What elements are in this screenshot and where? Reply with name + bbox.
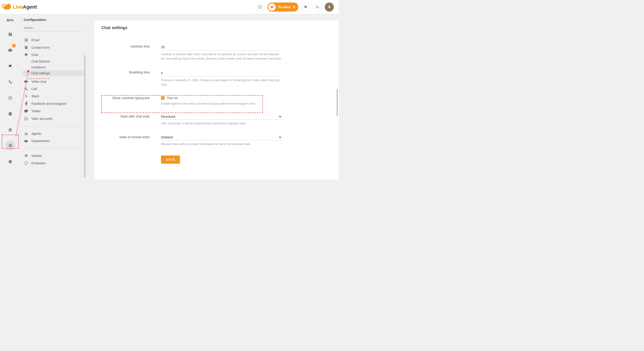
plus-circle-icon — [258, 5, 262, 9]
brand-logo[interactable]: LiveAgent — [2, 3, 37, 11]
svg-rect-7 — [9, 34, 10, 36]
help-inactivity: Number of minutes after which chat will … — [161, 52, 282, 61]
label-breathing: Breathing time — [104, 70, 150, 74]
settings-card: Chat settings Inactivity time Number of … — [94, 20, 339, 180]
svg-rect-6 — [10, 34, 12, 36]
folder-icon — [24, 139, 28, 142]
input-breathing[interactable] — [161, 70, 282, 76]
add-button[interactable] — [256, 2, 265, 12]
tickets-badge: 1 — [12, 44, 16, 48]
config-sub-invitations[interactable]: Invitations — [23, 64, 84, 70]
config-item-facebook[interactable]: Facebook and Instagram — [23, 100, 84, 108]
nav-reports[interactable] — [5, 93, 15, 103]
phone-button[interactable] — [313, 2, 322, 12]
config-sub-chat-settings[interactable]: Chat settings — [23, 70, 84, 76]
config-item-protection[interactable]: Protection — [23, 159, 84, 167]
svg-point-29 — [24, 117, 28, 120]
svg-rect-8 — [8, 49, 12, 52]
to-solve-count: 9 — [293, 5, 295, 9]
ring-icon — [8, 96, 12, 100]
help-breathing: Timeout in seconds (0 - 600). Temporary … — [161, 78, 282, 87]
config-item-twitter[interactable]: Twitter — [23, 108, 84, 115]
progress-indicator[interactable]: 80% — [6, 18, 14, 22]
envelope-icon — [268, 4, 276, 11]
messages-button[interactable] — [301, 2, 310, 12]
help-state-after: After chat ends, it will be automaticall… — [161, 122, 282, 126]
label-inactivity: Inactivity time — [104, 44, 150, 48]
top-bar: LiveAgent To solve 9 A — [0, 0, 339, 14]
config-item-video-chat[interactable]: Video chat — [23, 78, 84, 85]
help-typing: Enable agent to see what customer is typ… — [161, 102, 282, 106]
svg-rect-4 — [9, 33, 10, 34]
agents-icon — [24, 132, 28, 135]
config-sidebar: Configuration Email Contact form Chat Ch… — [20, 14, 86, 182]
svg-rect-28 — [26, 96, 28, 96]
viber-icon — [24, 116, 28, 121]
chat-bubble-icon — [304, 5, 308, 9]
chevron-down-icon — [279, 116, 282, 118]
row-breathing: Breathing time Timeout in seconds (0 - 6… — [104, 62, 329, 88]
svg-rect-22 — [26, 47, 27, 48]
at-icon — [24, 38, 28, 42]
top-actions: To solve 9 A — [256, 2, 334, 12]
config-item-viber[interactable]: Viber accounts — [23, 115, 84, 122]
nav-kb[interactable] — [5, 125, 15, 135]
row-state-after: State after chat ends Resolved After cha… — [104, 107, 329, 127]
gear-icon — [8, 144, 12, 148]
divider — [24, 148, 83, 148]
nav-chats[interactable] — [5, 61, 15, 71]
svg-rect-5 — [10, 33, 12, 34]
nav-calls[interactable] — [5, 77, 15, 87]
row-inactivity: Inactivity time Number of minutes after … — [104, 40, 329, 62]
nav-extensions[interactable] — [5, 157, 15, 167]
checkbox-typing[interactable] — [161, 96, 165, 100]
to-solve-button[interactable]: To solve 9 — [268, 2, 298, 12]
dashboard-icon — [8, 32, 12, 36]
brand-text: LiveAgent — [13, 4, 37, 10]
bank-icon — [8, 128, 12, 132]
config-item-call[interactable]: Call — [23, 85, 84, 92]
video-icon — [24, 80, 28, 83]
input-inactivity[interactable] — [161, 44, 282, 50]
config-item-email[interactable]: Email — [23, 36, 84, 44]
chat-bubble-icon — [8, 64, 12, 68]
envelope-icon — [8, 48, 12, 52]
svg-rect-24 — [24, 81, 27, 83]
svg-point-31 — [26, 133, 28, 134]
phone-icon — [24, 87, 28, 91]
form-icon — [24, 46, 28, 49]
label-state-missed: State of missed chats — [104, 135, 150, 139]
nav-configuration[interactable] — [5, 141, 15, 151]
config-item-departments[interactable]: Departments — [23, 137, 84, 144]
config-item-slack[interactable]: Slack — [23, 92, 84, 100]
nav-dashboard[interactable] — [5, 29, 15, 39]
config-title: Configuration — [23, 18, 84, 25]
select-state-missed[interactable]: Deleted — [161, 135, 282, 140]
row-state-missed: State of missed chats Deleted Missed cha… — [104, 127, 329, 148]
svg-point-18 — [24, 38, 28, 42]
divider — [24, 126, 83, 126]
config-item-chat[interactable]: Chat — [23, 51, 84, 58]
svg-rect-21 — [26, 47, 27, 47]
select-state-after[interactable]: Resolved — [161, 114, 282, 120]
config-search-input[interactable] — [23, 25, 84, 32]
twitter-icon — [24, 109, 28, 113]
config-item-contact-form[interactable]: Contact form — [23, 44, 84, 51]
to-solve-label: To solve — [278, 5, 290, 9]
scrollbar-thumb[interactable] — [84, 55, 86, 178]
checkbox-typing-label: Turn on — [167, 96, 178, 100]
scrollbar-thumb[interactable] — [336, 89, 338, 116]
svg-rect-25 — [26, 94, 26, 96]
nav-customers[interactable] — [5, 109, 15, 119]
config-sub-chat-buttons[interactable]: Chat Buttons — [23, 58, 84, 64]
svg-point-1 — [4, 6, 4, 6]
chevron-down-icon — [279, 136, 282, 138]
avatar[interactable]: A — [325, 2, 334, 12]
config-item-agents[interactable]: Agents — [23, 130, 84, 137]
config-item-system[interactable]: System — [23, 152, 84, 159]
page-title: Chat settings — [94, 20, 339, 37]
svg-point-11 — [10, 113, 10, 114]
star-circle-icon — [8, 160, 12, 164]
nav-tickets[interactable]: 1 — [5, 45, 15, 55]
save-button[interactable]: SAVE — [161, 156, 180, 164]
